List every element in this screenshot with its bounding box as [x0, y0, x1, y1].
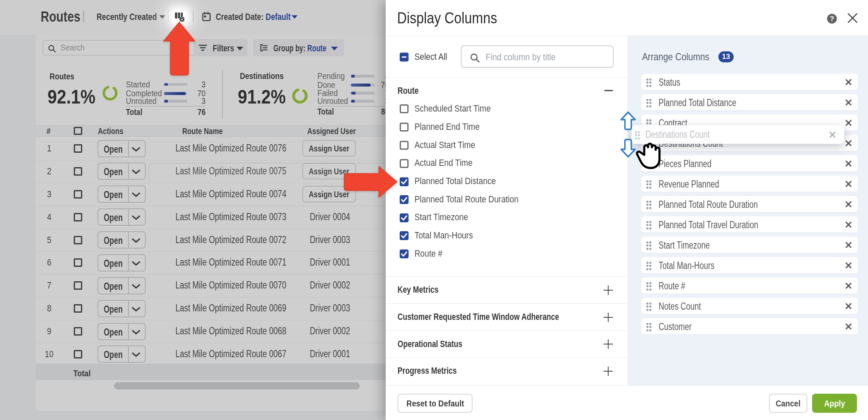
svg-text:?: ? [830, 15, 834, 22]
